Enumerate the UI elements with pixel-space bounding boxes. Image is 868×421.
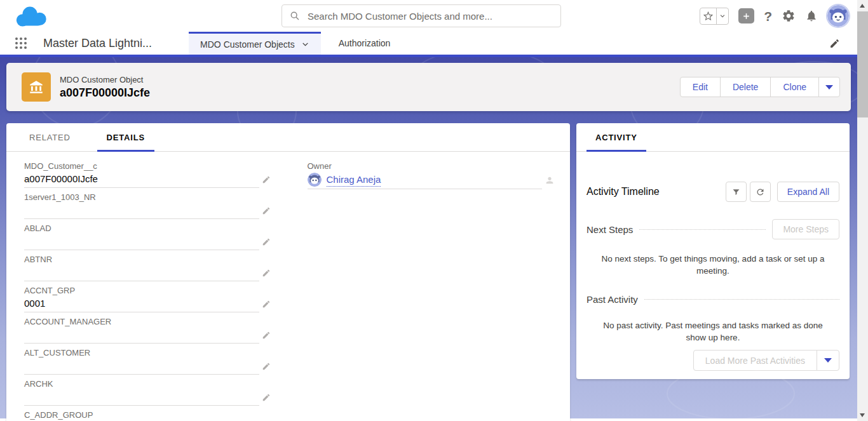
next-steps-title: Next Steps [587, 224, 633, 235]
triangle-down-icon [825, 85, 833, 90]
refresh-icon [756, 187, 765, 197]
field-value [24, 359, 259, 372]
field-label: Owner [308, 161, 543, 171]
filter-button[interactable] [726, 182, 747, 202]
field-label: 1server1_1003_NR [24, 192, 259, 203]
expand-all-button[interactable]: Expand All [777, 182, 839, 202]
nav-tabs: MDO Customer Objects Authorization [189, 32, 408, 55]
edit-field-pencil-icon[interactable] [262, 175, 271, 184]
user-avatar[interactable] [827, 5, 849, 27]
nav-tab-authorization[interactable]: Authorization [321, 32, 409, 55]
triangle-down-icon [824, 358, 832, 363]
setup-gear-icon[interactable] [782, 9, 796, 23]
notifications-bell-icon[interactable] [805, 10, 818, 22]
record-header-card: MDO Customer Object a007F00000IJcfe Edit… [6, 63, 851, 111]
field-label: ABTNR [24, 254, 259, 265]
detail-field: C_ADDR_GROUP BP [24, 410, 272, 421]
activity-tabs: ACTIVITY [576, 123, 850, 152]
field-value [24, 328, 259, 341]
activity-card: ACTIVITY Activity Timeline Expand All Ne… [576, 123, 850, 379]
detail-field: ARCHK [24, 378, 272, 406]
edit-field-pencil-icon[interactable] [262, 393, 271, 402]
nav-tab-label: Authorization [339, 38, 391, 48]
app-name[interactable]: Master Data Lightni... [43, 37, 152, 50]
filter-funnel-icon [731, 187, 741, 197]
scroll-down-icon[interactable] [860, 413, 865, 417]
global-search[interactable] [281, 4, 561, 27]
owner-avatar [308, 173, 322, 187]
past-activity-empty-text: No past activity. Past meetings and task… [595, 319, 831, 344]
details-fields-left: MDO_Customer__c a007F00000IJcfe 1server1… [24, 161, 272, 421]
search-input[interactable] [308, 11, 553, 22]
delete-button[interactable]: Delete [720, 77, 771, 97]
detail-tabs: RELATED DETAILS [6, 123, 570, 152]
header-icons: ? [700, 0, 849, 32]
details-form: MDO_Customer__c a007F00000IJcfe 1server1… [6, 152, 570, 421]
help-icon[interactable]: ? [764, 10, 772, 23]
scrollbar-thumb[interactable] [857, 11, 868, 117]
field-label: C_ADDR_GROUP [24, 410, 259, 420]
favorites-button[interactable] [700, 8, 729, 25]
edit-field-pencil-icon[interactable] [262, 331, 271, 340]
more-actions-dropdown[interactable] [818, 77, 840, 97]
field-value [24, 391, 259, 403]
detail-field: ALT_CUSTOMER [24, 347, 272, 375]
nav-tab-mdo-customer-objects[interactable]: MDO Customer Objects [189, 32, 321, 55]
star-icon[interactable] [700, 8, 716, 24]
search-icon [290, 11, 300, 21]
tab-activity[interactable]: ACTIVITY [587, 123, 646, 151]
field-label: MDO_Customer__c [24, 161, 259, 171]
salesforce-logo-icon [13, 4, 50, 30]
edit-field-pencil-icon[interactable] [262, 206, 271, 215]
quick-create-icon[interactable] [738, 8, 754, 23]
field-value [24, 204, 259, 217]
record-entity-label: MDO Customer Object [60, 75, 150, 84]
app-launcher-icon[interactable] [15, 37, 27, 49]
tab-related[interactable]: RELATED [20, 123, 80, 151]
field-value: a007F00000IJcfe [24, 173, 259, 185]
field-value [24, 266, 259, 279]
main-region: MDO Customer Object a007F00000IJcfe Edit… [0, 57, 868, 418]
edit-field-pencil-icon[interactable] [262, 300, 271, 309]
nav-bar: Master Data Lightni... MDO Customer Obje… [0, 32, 868, 57]
edit-page-pencil-icon[interactable] [829, 38, 840, 49]
owner-link[interactable]: Chirag Aneja [327, 173, 381, 187]
refresh-button[interactable] [750, 182, 771, 202]
edit-field-pencil-icon[interactable] [262, 362, 271, 371]
field-label: ALT_CUSTOMER [24, 347, 259, 358]
record-actions: Edit Delete Clone [680, 77, 840, 97]
field-value: 0001 [24, 297, 259, 310]
load-more-dropdown[interactable] [817, 350, 839, 371]
field-label: ARCHK [24, 378, 259, 389]
field-label: ACCOUNT_MANAGER [24, 316, 259, 327]
nav-tab-label: MDO Customer Objects [200, 39, 295, 50]
tab-details[interactable]: DETAILS [97, 123, 154, 151]
owner-field: Owner [308, 161, 555, 189]
change-owner-icon[interactable] [545, 175, 555, 185]
detail-field: 1server1_1003_NR [24, 192, 272, 219]
field-label: ACCNT_GRP [24, 285, 259, 296]
detail-field: ACCNT_GRP 0001 [24, 285, 272, 312]
edit-button[interactable]: Edit [680, 77, 721, 97]
global-header: ? [0, 0, 868, 32]
clone-button[interactable]: Clone [770, 77, 819, 97]
detail-field: ABLAD [24, 223, 272, 250]
custom-object-icon [22, 72, 51, 102]
dotted-divider [644, 299, 839, 300]
app-window: ? Master Data Lightni... MDO Cus [0, 0, 868, 421]
favorites-dropdown-icon[interactable] [716, 8, 728, 24]
details-fields-right: Owner [308, 161, 555, 193]
scroll-up-icon[interactable] [860, 4, 865, 8]
record-detail-card: RELATED DETAILS MDO_Customer__c a007F000… [6, 123, 570, 421]
more-steps-button[interactable]: More Steps [772, 219, 839, 239]
activity-timeline-title: Activity Timeline [587, 186, 726, 197]
detail-field: ABTNR [24, 254, 272, 281]
scrollbar[interactable] [857, 0, 868, 421]
past-activity-title: Past Activity [587, 294, 638, 305]
edit-field-pencil-icon[interactable] [262, 237, 271, 246]
record-name: a007F00000IJcfe [60, 86, 150, 100]
edit-field-pencil-icon[interactable] [262, 269, 271, 277]
dotted-divider [639, 229, 766, 230]
load-more-past-activities-button[interactable]: Load More Past Activities [693, 350, 817, 371]
chevron-down-icon[interactable] [301, 40, 309, 48]
